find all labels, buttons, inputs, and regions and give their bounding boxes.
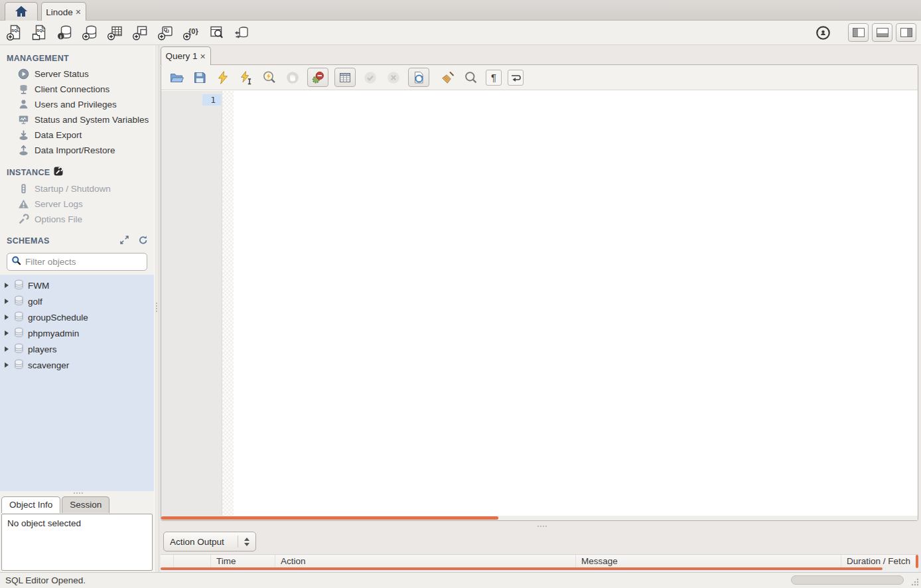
create-table-icon[interactable] [106, 23, 125, 42]
output-type-select[interactable]: Action Output [163, 532, 256, 551]
connection-tab[interactable]: Linode × [41, 2, 86, 21]
schema-name: FWM [28, 281, 49, 291]
open-file-icon[interactable] [168, 69, 185, 86]
wrap-text-icon[interactable] [508, 70, 524, 86]
toggle-autocommit-button[interactable] [408, 68, 429, 87]
schema-item-fwm[interactable]: FWM [0, 277, 154, 293]
search-table-data-icon[interactable] [206, 23, 226, 42]
connection-tab-label: Linode [46, 7, 73, 17]
search-icon [11, 256, 22, 269]
expand-arrow-icon[interactable] [5, 362, 9, 368]
code-editor: 1 [161, 91, 918, 516]
find-icon[interactable] [462, 69, 480, 86]
schema-name: groupSchedule [28, 313, 88, 323]
schema-item-phpmyadmin[interactable]: phpmyadmin [0, 325, 154, 341]
object-info-text: No object selected [7, 518, 81, 528]
tab-session[interactable]: Session [62, 496, 109, 513]
sidebar-item-data-import[interactable]: Data Import/Restore [0, 143, 154, 158]
schema-name: phpmyadmin [28, 329, 79, 338]
column-time[interactable]: Time [211, 555, 275, 568]
schema-item-players[interactable]: players [0, 341, 154, 357]
open-sql-script-icon[interactable]: SQL [30, 23, 50, 42]
schema-icon [14, 343, 24, 356]
column-message[interactable]: Message [576, 555, 841, 568]
tab-object-info[interactable]: Object Info [1, 496, 60, 513]
rollback-icon[interactable] [385, 69, 402, 86]
column-action[interactable]: Action [275, 555, 576, 568]
grid-vertical-scrollbar[interactable] [916, 555, 918, 568]
beautify-sql-icon[interactable] [439, 69, 457, 86]
new-sql-tab-icon[interactable]: SQL [5, 23, 25, 42]
schema-item-golf[interactable]: golf [0, 293, 154, 309]
sidebar-main-splitter[interactable] [154, 45, 159, 572]
sidebar-splitter-handle[interactable] [76, 492, 78, 494]
explain-plan-icon[interactable] [261, 69, 278, 86]
create-schema-icon[interactable] [80, 23, 100, 42]
editor-output-splitter[interactable] [159, 522, 921, 530]
refresh-schemas-icon[interactable] [138, 236, 147, 246]
schema-icon [14, 311, 24, 324]
stop-query-icon[interactable] [284, 69, 301, 86]
create-view-icon[interactable] [131, 23, 151, 42]
expand-arrow-icon[interactable] [5, 331, 9, 336]
execute-query-icon[interactable] [214, 69, 232, 86]
editor-scrollbar-thumb[interactable] [161, 516, 498, 520]
sidebar-item-server-logs[interactable]: Server Logs [0, 196, 154, 212]
sidebar-item-data-export[interactable]: Data Export [0, 127, 154, 143]
schema-inspector-icon[interactable]: i [55, 23, 75, 42]
reconnect-dbms-icon[interactable] [232, 23, 251, 42]
toggle-stop-on-error-button[interactable] [307, 68, 328, 87]
query-tab[interactable]: Query 1 × [161, 46, 211, 65]
schema-name: players [28, 344, 57, 354]
startup-shutdown-icon [17, 183, 29, 194]
expand-arrow-icon[interactable] [5, 346, 9, 352]
connection-tab-close-icon[interactable]: × [75, 7, 82, 17]
window-resize-grip[interactable] [910, 577, 920, 587]
pilcrow-glyph: ¶ [491, 72, 496, 82]
sidebar-item-server-status[interactable]: Server Status [0, 66, 154, 82]
sidebar-item-users-privileges[interactable]: Users and Privileges [0, 97, 154, 112]
commit-icon[interactable] [362, 69, 379, 86]
save-icon[interactable] [191, 69, 208, 86]
svg-text:SQL: SQL [11, 29, 20, 33]
toolbar-right-group [813, 23, 916, 42]
toggle-left-panel-button[interactable] [848, 23, 869, 42]
bottom-horizontal-scrollbar-thumb[interactable] [791, 575, 904, 585]
expand-schemas-icon[interactable] [120, 236, 129, 246]
sidebar-item-system-variables[interactable]: Status and System Variables [0, 112, 154, 127]
expand-arrow-icon[interactable] [5, 299, 9, 304]
column-icon[interactable] [161, 555, 174, 568]
schema-icon [14, 295, 24, 308]
sidebar-item-startup-shutdown[interactable]: Startup / Shutdown [0, 181, 154, 196]
sidebar-item-client-connections[interactable]: Client Connections [0, 82, 154, 97]
column-duration[interactable]: Duration / Fetch [841, 555, 918, 568]
instance-section-header: INSTANCE [0, 158, 154, 181]
toggle-right-panel-button[interactable] [896, 23, 916, 42]
schema-item-scavenger[interactable]: scavenger [0, 357, 154, 373]
create-function-icon[interactable]: {0} [181, 23, 201, 42]
system-variables-icon [17, 114, 29, 125]
home-tab[interactable] [5, 2, 38, 21]
expand-arrow-icon[interactable] [5, 315, 9, 320]
notifications-circle-icon[interactable] [813, 23, 833, 42]
schema-filter-input[interactable] [25, 257, 143, 267]
sql-text-area[interactable] [234, 91, 918, 516]
create-procedure-icon[interactable] [156, 23, 176, 42]
expand-arrow-icon[interactable] [5, 283, 9, 288]
invisible-characters-icon[interactable]: ¶ [486, 70, 502, 86]
limit-rows-button[interactable] [334, 68, 356, 87]
editor-horizontal-scrollbar[interactable] [161, 516, 918, 520]
server-logs-icon [17, 198, 29, 210]
client-connections-icon [17, 84, 29, 95]
management-title: MANAGEMENT [7, 54, 69, 63]
sidebar-item-options-file[interactable]: Options File [0, 212, 154, 227]
query-tab-close-icon[interactable]: × [199, 51, 206, 62]
execute-current-statement-icon[interactable] [238, 69, 255, 86]
sidebar-item-label: Startup / Shutdown [35, 184, 111, 194]
column-index[interactable] [174, 555, 211, 568]
toggle-bottom-panel-button[interactable] [872, 23, 892, 42]
schema-tree: FWM golf groupSchedule [0, 275, 154, 491]
schema-item-groupschedule[interactable]: groupSchedule [0, 309, 154, 325]
sidebar-item-label: Options File [35, 214, 82, 224]
sidebar-item-label: Users and Privileges [35, 100, 117, 110]
